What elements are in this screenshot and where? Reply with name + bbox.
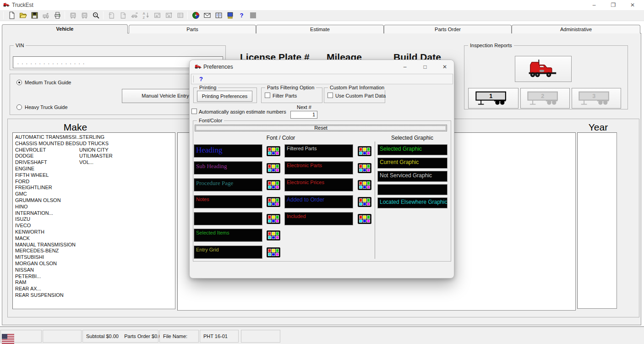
- image-next-icon[interactable]: [163, 11, 175, 20]
- color-palette-icon[interactable]: [267, 146, 280, 156]
- make-list-item[interactable]: ENGINE: [15, 166, 81, 172]
- sort-icon[interactable]: AZ: [140, 11, 152, 20]
- truck-front-icon-2[interactable]: [79, 11, 90, 20]
- restore-button[interactable]: ❐: [604, 0, 623, 10]
- fc-row-filtered-parts[interactable]: Filtered Parts: [284, 144, 353, 158]
- make-list-item[interactable]: KENWORTH: [15, 229, 81, 235]
- tab-administrative[interactable]: Administrative: [512, 25, 640, 33]
- dialog-minimize-button[interactable]: –: [395, 60, 415, 74]
- zoom-icon[interactable]: [90, 11, 102, 20]
- tab-parts[interactable]: Parts: [129, 25, 256, 33]
- make-list-item[interactable]: INTERNATION...: [15, 210, 81, 217]
- tab-estimate[interactable]: Estimate: [256, 25, 384, 33]
- dialog-close-button[interactable]: ✕: [435, 60, 455, 74]
- make-list-item[interactable]: CHEVROLET: [15, 147, 81, 153]
- parts-wheel-icon[interactable]: [190, 11, 202, 20]
- dialog-maximize-button[interactable]: □: [415, 60, 435, 74]
- color-palette-icon[interactable]: [358, 180, 371, 190]
- make-list-item[interactable]: MORGAN OLSON: [15, 261, 81, 267]
- close-button[interactable]: ✕: [623, 0, 642, 10]
- color-palette-icon[interactable]: [267, 230, 280, 240]
- heavy-truck-radio[interactable]: [16, 104, 22, 110]
- fc-row-sub-heading[interactable]: Sub Heading: [194, 161, 262, 175]
- trailer-2-report-button[interactable]: 2: [520, 88, 570, 109]
- tab-vehicle[interactable]: Vehicle: [2, 24, 128, 33]
- make-list-item[interactable]: STERLING: [79, 134, 113, 141]
- fc-row-entry-grid[interactable]: Entry Grid: [194, 246, 262, 259]
- fc-row-electronic-parts[interactable]: Electronic Parts: [284, 161, 353, 175]
- make-list-item[interactable]: FREIGHTLINER: [15, 185, 81, 191]
- tractor-report-button[interactable]: [515, 56, 572, 82]
- color-palette-icon[interactable]: [267, 247, 280, 257]
- make-list-item[interactable]: PETERBI...: [15, 273, 81, 280]
- fc-row-notes[interactable]: Notes: [194, 195, 262, 208]
- make-list-item[interactable]: AUTOMATIC TRANSMISSI...: [15, 134, 81, 141]
- color-palette-icon[interactable]: [267, 163, 280, 173]
- make-list-item[interactable]: DRIVESHAFT: [15, 159, 81, 166]
- make-list-item[interactable]: FORD: [15, 179, 81, 185]
- fc-row-located-elsewhere-graphic[interactable]: Located Elsewhere Graphic: [377, 197, 448, 208]
- import-document-icon[interactable]: [106, 11, 117, 20]
- make-list-item[interactable]: RAM: [15, 279, 81, 286]
- image-previous-icon[interactable]: [152, 11, 163, 20]
- add-vehicle-icon[interactable]: [40, 11, 52, 20]
- make-list-item[interactable]: MITSUBISHI: [15, 254, 81, 261]
- make-list-item[interactable]: NISSAN: [15, 267, 81, 273]
- fc-row-electronic-prices[interactable]: Electronic Prices: [284, 178, 353, 191]
- dialog-help-icon[interactable]: ?: [199, 76, 203, 82]
- make-list-item[interactable]: UNION CITY: [79, 147, 113, 153]
- color-palette-icon[interactable]: [267, 180, 280, 190]
- filter-parts-checkbox[interactable]: [265, 93, 270, 98]
- trailer-3-report-button[interactable]: 3: [572, 88, 621, 109]
- make-listbox[interactable]: AUTOMATIC TRANSMISSI...CHASSIS MOUNTED B…: [12, 132, 175, 309]
- color-palette-icon[interactable]: [358, 214, 371, 224]
- truck-front-icon-1[interactable]: [67, 11, 79, 20]
- make-list-item[interactable]: UTILIMASTER: [79, 153, 113, 159]
- open-file-icon[interactable]: [17, 11, 29, 20]
- fc-row-included[interactable]: Included: [284, 212, 353, 225]
- next-number-input[interactable]: 1: [290, 111, 317, 119]
- save-icon[interactable]: [29, 11, 40, 20]
- print-icon[interactable]: [52, 11, 63, 20]
- new-document-icon[interactable]: [6, 11, 17, 20]
- color-palette-icon[interactable]: [267, 197, 280, 207]
- notes-grid-icon[interactable]: [175, 11, 186, 20]
- make-list-item[interactable]: VOL...: [79, 159, 113, 166]
- make-list-item[interactable]: GRUMMAN OLSON: [15, 197, 81, 204]
- make-list-item[interactable]: MANUAL TRANSMISSION: [15, 242, 81, 248]
- fc-row-heading[interactable]: Heading: [194, 144, 262, 158]
- make-list-item[interactable]: REAR SUSPENSION: [15, 292, 81, 299]
- fc-row-blank-graphic[interactable]: [377, 184, 448, 195]
- make-list-item[interactable]: FIFTH WHEEL: [15, 172, 81, 179]
- computer-icon[interactable]: [224, 11, 236, 20]
- fc-row-blank[interactable]: [194, 212, 262, 225]
- fc-row-not-serviced-graphic[interactable]: Not Serviced Graphic: [377, 171, 448, 182]
- tab-parts-order[interactable]: Parts Order: [384, 25, 512, 33]
- make-list-item[interactable]: REAR AX...: [15, 286, 81, 292]
- make-list-item[interactable]: GMC: [15, 191, 81, 197]
- fc-row-current-graphic[interactable]: Current Graphic: [377, 158, 448, 169]
- fc-row-selected-graphic[interactable]: Selected Graphic: [377, 144, 448, 155]
- auto-assign-checkbox[interactable]: [191, 109, 197, 114]
- catalog-icon[interactable]: [213, 11, 224, 20]
- minimize-button[interactable]: –: [584, 0, 604, 10]
- year-listbox[interactable]: [577, 132, 617, 309]
- use-custom-part-data-checkbox[interactable]: [327, 93, 333, 98]
- make-list-item[interactable]: UD TRUCKS: [79, 141, 113, 147]
- make-list-item[interactable]: IVECO: [15, 223, 81, 229]
- fc-row-selected-items[interactable]: Selected Items: [194, 229, 262, 242]
- color-palette-icon[interactable]: [358, 197, 371, 207]
- trailer-1-report-button[interactable]: 1: [468, 88, 518, 109]
- color-palette-icon[interactable]: [358, 163, 371, 173]
- fc-row-added-to-order[interactable]: Added to Order: [284, 195, 353, 208]
- printing-preferences-button[interactable]: Printing Preferences: [197, 91, 252, 102]
- make-list-item[interactable]: MERCEDES-BENZ: [15, 248, 81, 254]
- reset-button[interactable]: Reset: [195, 125, 447, 131]
- color-palette-icon[interactable]: [358, 146, 371, 156]
- make-list-item[interactable]: DODGE: [15, 153, 81, 159]
- make-list-item[interactable]: ISUZU: [15, 216, 81, 223]
- vehicle-transfer-icon[interactable]: [129, 11, 140, 20]
- fc-row-procedure-page[interactable]: Procedure Page: [194, 178, 262, 191]
- color-palette-icon[interactable]: [267, 214, 280, 224]
- make-list-item[interactable]: CHASSIS MOUNTED BEDS: [15, 141, 81, 147]
